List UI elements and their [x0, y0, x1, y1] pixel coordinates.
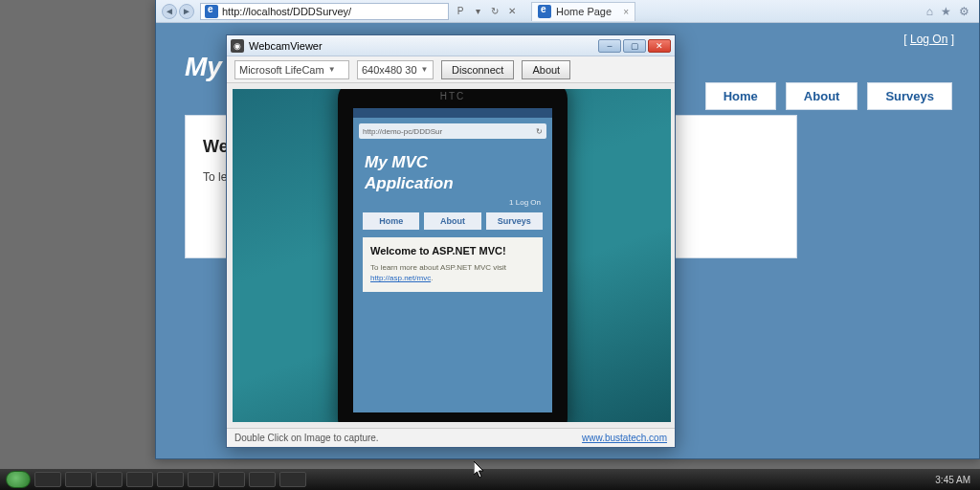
phone-card: Welcome to ASP.NET MVC! To learn more ab…: [363, 237, 543, 291]
stop-icon[interactable]: ✕: [506, 6, 518, 17]
phone-status-bar: [353, 108, 552, 118]
webcam-hint: Double Click on Image to capture.: [234, 433, 379, 443]
tab-title: Home Page: [556, 6, 612, 17]
phone-card-body-text: To learn more about ASP.NET MVC visit: [370, 263, 506, 272]
tab-surveys[interactable]: Surveys: [867, 82, 952, 110]
camera-select-value: Microsoft LifeCam: [239, 64, 324, 76]
phone-url-text: http://demo-pc/DDDSur: [363, 127, 442, 136]
minimize-button[interactable]: –: [598, 39, 621, 53]
home-icon[interactable]: ⌂: [926, 5, 933, 18]
tab-favicon: [538, 5, 551, 18]
logon-bar: [ Log On ]: [903, 33, 954, 46]
webcam-footer: Double Click on Image to capture. www.bu…: [227, 428, 675, 447]
window-caption-buttons: – ▢ ✕: [598, 39, 671, 53]
phone-card-heading: Welcome to ASP.NET MVC!: [370, 245, 535, 256]
taskbar-item[interactable]: [34, 472, 61, 487]
disconnect-button[interactable]: Disconnect: [441, 60, 514, 79]
about-button[interactable]: About: [522, 60, 570, 79]
start-button[interactable]: [6, 471, 31, 488]
phone-refresh-icon: ↻: [536, 127, 543, 136]
phone-title-line1: My MVC: [365, 152, 541, 173]
nav-tabs: Home About Surveys: [705, 82, 952, 110]
ie-icon: [205, 5, 218, 18]
phone-tabs: Home About Surveys: [353, 212, 552, 230]
phone-card-link: http://asp.net/mvc: [370, 274, 431, 282]
forward-button[interactable]: ►: [179, 4, 194, 19]
taskbar-item[interactable]: [188, 472, 214, 487]
webcam-footer-link[interactable]: www.bustatech.com: [582, 433, 667, 443]
webcam-title: WebcamViewer: [249, 40, 323, 52]
address-text: http://localhost/DDDSurvey/: [222, 6, 444, 17]
resolution-select-value: 640x480 30: [362, 64, 417, 76]
address-suffix: P ▾ ↻ ✕: [455, 6, 518, 17]
phone-url-bar: http://demo-pc/DDDSur ↻: [359, 123, 546, 139]
tab-about[interactable]: About: [786, 82, 858, 110]
taskbar-item[interactable]: [126, 472, 153, 487]
address-bar[interactable]: http://localhost/DDDSurvey/: [200, 3, 449, 20]
browser-tab[interactable]: Home Page ×: [531, 2, 635, 21]
webcam-app-icon: ◉: [231, 39, 244, 53]
webcam-toolbar: Microsoft LifeCam ▼ 640x480 30 ▼ Disconn…: [227, 56, 675, 83]
resolution-select[interactable]: 640x480 30 ▼: [357, 60, 434, 79]
tools-icon[interactable]: ⚙: [959, 5, 969, 18]
webcam-titlebar[interactable]: ◉ WebcamViewer – ▢ ✕: [227, 35, 675, 56]
phone-tab-surveys: Surveys: [486, 212, 543, 230]
phone-device: HTC http://demo-pc/DDDSur ↻ My MVC Appli…: [338, 89, 568, 422]
back-button[interactable]: ◄: [162, 4, 177, 19]
phone-date: 1 Log On: [353, 194, 552, 212]
camera-select[interactable]: Microsoft LifeCam ▼: [234, 60, 349, 79]
search-icon[interactable]: P: [455, 6, 466, 17]
phone-tab-home: Home: [363, 212, 419, 230]
webcam-view[interactable]: HTC http://demo-pc/DDDSur ↻ My MVC Appli…: [233, 89, 671, 422]
phone-title-line2: Application: [365, 173, 541, 194]
taskbar-item[interactable]: [96, 472, 122, 487]
taskbar-item[interactable]: [157, 472, 184, 487]
taskbar-item[interactable]: [279, 472, 306, 487]
close-button[interactable]: ✕: [648, 39, 671, 53]
logon-link[interactable]: Log On: [910, 33, 947, 46]
maximize-button[interactable]: ▢: [623, 39, 646, 53]
taskbar-item[interactable]: [218, 472, 245, 487]
phone-screen: http://demo-pc/DDDSur ↻ My MVC Applicati…: [353, 108, 552, 412]
close-tab-icon[interactable]: ×: [623, 7, 629, 17]
browser-chrome: ◄ ► http://localhost/DDDSurvey/ P ▾ ↻ ✕ …: [156, 0, 979, 23]
phone-brand: HTC: [338, 91, 568, 101]
taskbar-clock[interactable]: 3:45 AM: [935, 475, 974, 485]
cursor-icon: [474, 461, 485, 479]
webcam-window: ◉ WebcamViewer – ▢ ✕ Microsoft LifeCam ▼…: [226, 34, 676, 448]
nav-buttons: ◄ ►: [162, 4, 194, 19]
tab-home[interactable]: Home: [705, 82, 776, 110]
phone-card-body: To learn more about ASP.NET MVC visit ht…: [370, 262, 535, 283]
favorites-icon[interactable]: ★: [941, 5, 951, 18]
taskbar-item[interactable]: [65, 472, 92, 487]
phone-app-title: My MVC Application: [353, 145, 552, 194]
phone-tab-about: About: [424, 212, 480, 230]
dropdown-icon[interactable]: ▾: [472, 6, 483, 17]
chevron-down-icon: ▼: [328, 65, 336, 74]
taskbar: 3:45 AM: [0, 469, 980, 490]
refresh-icon[interactable]: ↻: [489, 6, 501, 17]
taskbar-item[interactable]: [249, 472, 276, 487]
chevron-down-icon: ▼: [421, 65, 429, 74]
browser-toolbar-icons: ⌂ ★ ⚙: [926, 5, 979, 18]
